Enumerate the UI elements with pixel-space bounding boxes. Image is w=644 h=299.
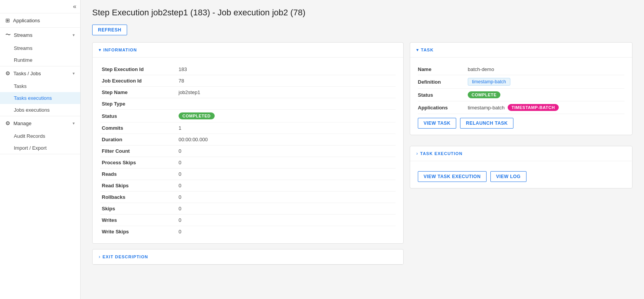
sidebar-section-streams: 〜 Streams ▾ Streams Runtime: [0, 28, 80, 66]
sidebar-item-streams[interactable]: 〜 Streams ▾: [0, 28, 80, 42]
task-app-text: timestamp-batch: [468, 105, 505, 111]
task-status-label: Status: [418, 92, 468, 98]
field-label: Step Type: [100, 98, 177, 110]
sidebar-item-applications[interactable]: ⊞ Applications: [0, 13, 80, 27]
task-status-value: COMPLETE: [468, 91, 500, 98]
manage-icon: ⚙: [5, 120, 10, 126]
left-column: ▾ INFORMATION Step Execution Id 183 Job …: [92, 42, 404, 270]
sidebar-item-manage-label: Manage: [13, 121, 31, 126]
task-card-body: Name batch-demo Definition timestamp-bat…: [410, 58, 632, 135]
field-value: 0: [177, 215, 396, 226]
task-applications-value: timestamp-batch TIMESTAMP-BATCH: [468, 104, 559, 111]
field-label: Commits: [100, 122, 177, 134]
table-row: Writes 0: [100, 215, 396, 226]
table-row: Rollbacks 0: [100, 192, 396, 203]
table-row: Job Execution Id 78: [100, 75, 396, 87]
sidebar-sub-runtime[interactable]: Runtime: [0, 54, 80, 66]
sidebar-sub-tasks[interactable]: Tasks: [0, 80, 80, 92]
task-execution-card: › TASK EXECUTION VIEW TASK EXECUTION VIE…: [410, 146, 632, 188]
chevron-right-icon-exit: ›: [99, 254, 100, 259]
field-label: Step Execution Id: [100, 64, 177, 75]
field-value: 0: [177, 203, 396, 215]
field-label: Reads: [100, 168, 177, 180]
task-name-value: batch-demo: [468, 66, 494, 72]
table-row: Process Skips 0: [100, 157, 396, 168]
field-label: Job Execution Id: [100, 75, 177, 87]
table-row: Skips 0: [100, 203, 396, 215]
field-label: Writes: [100, 215, 177, 226]
field-label: Write Skips: [100, 226, 177, 238]
sidebar-collapse-button[interactable]: «: [73, 3, 76, 10]
task-name-row: Name batch-demo: [418, 64, 624, 75]
definition-link[interactable]: timestamp-batch: [468, 78, 510, 86]
sidebar-item-tasks-jobs-label: Tasks / Jobs: [13, 71, 41, 76]
exit-description-card: › EXIT DESCRIPTION: [92, 249, 404, 265]
timestamp-batch-badge: TIMESTAMP-BATCH: [508, 104, 559, 111]
field-label: Process Skips: [100, 157, 177, 168]
field-value: 0: [177, 157, 396, 168]
task-execution-card-body: VIEW TASK EXECUTION VIEW LOG: [410, 161, 632, 188]
table-row: Reads 0: [100, 168, 396, 180]
field-value: 0: [177, 180, 396, 192]
sidebar-sub-streams[interactable]: Streams: [0, 42, 80, 54]
exit-description-header-title: EXIT DESCRIPTION: [103, 254, 148, 259]
sidebar-sub-audit-records[interactable]: Audit Records: [0, 130, 80, 142]
sidebar-sub-jobs-executions[interactable]: Jobs executions: [0, 104, 80, 116]
right-panel: ▾ TASK Name batch-demo Definition timest…: [410, 42, 632, 270]
chevron-down-icon-manage: ▾: [73, 121, 75, 126]
sidebar-collapse-area: «: [0, 0, 80, 13]
table-row: Write Skips 0: [100, 226, 396, 238]
streams-icon: 〜: [5, 31, 11, 38]
task-button-row: VIEW TASK RELAUNCH TASK: [418, 114, 624, 129]
task-definition-row: Definition timestamp-batch: [418, 75, 624, 89]
task-execution-button-row: VIEW TASK EXECUTION VIEW LOG: [418, 167, 624, 182]
task-card-header[interactable]: ▾ TASK: [410, 43, 632, 58]
field-label: Duration: [100, 134, 177, 145]
field-value: 0: [177, 192, 396, 203]
field-label: Read Skips: [100, 180, 177, 192]
task-execution-card-header[interactable]: › TASK EXECUTION: [410, 146, 632, 161]
sidebar-item-manage[interactable]: ⚙ Manage ▾: [0, 116, 80, 130]
task-header-title: TASK: [421, 48, 434, 52]
field-value: 0: [177, 226, 396, 238]
field-value: 00:00:00.000: [177, 134, 396, 145]
field-label: Step Name: [100, 87, 177, 98]
information-card-body: Step Execution Id 183 Job Execution Id 7…: [93, 58, 403, 243]
information-card: ▾ INFORMATION Step Execution Id 183 Job …: [92, 42, 404, 244]
chevron-right-icon-task-exec: ›: [416, 151, 418, 156]
sidebar-item-applications-label: Applications: [13, 18, 40, 23]
table-row: Status COMPLETED: [100, 110, 396, 122]
field-value: 78: [177, 75, 396, 87]
refresh-button[interactable]: REFRESH: [92, 25, 127, 35]
field-label: Skips: [100, 203, 177, 215]
information-card-header[interactable]: ▾ INFORMATION: [93, 43, 403, 58]
information-header-title: INFORMATION: [103, 48, 137, 52]
sidebar-section-manage: ⚙ Manage ▾ Audit Records Import / Export: [0, 116, 80, 154]
table-row: Commits 1: [100, 122, 396, 134]
task-definition-label: Definition: [418, 79, 468, 85]
relaunch-task-button[interactable]: RELAUNCH TASK: [460, 118, 513, 129]
view-log-button[interactable]: VIEW LOG: [490, 171, 526, 182]
chevron-down-icon: ▾: [73, 33, 75, 38]
task-definition-value: timestamp-batch: [468, 78, 510, 86]
exit-description-card-header[interactable]: › EXIT DESCRIPTION: [93, 249, 403, 264]
task-applications-row: Applications timestamp-batch TIMESTAMP-B…: [418, 101, 624, 114]
table-row: Duration 00:00:00.000: [100, 134, 396, 145]
view-task-button[interactable]: VIEW TASK: [418, 118, 456, 129]
field-value: 183: [177, 64, 396, 75]
field-value: [177, 98, 396, 110]
sidebar-section-applications: ⊞ Applications: [0, 13, 80, 28]
field-label: Rollbacks: [100, 192, 177, 203]
sidebar-sub-tasks-executions[interactable]: Tasks executions: [0, 92, 80, 104]
table-row: Step Type: [100, 98, 396, 110]
field-label: Status: [100, 110, 177, 122]
field-value: 0: [177, 145, 396, 157]
sidebar-item-tasks-jobs[interactable]: ⚙ Tasks / Jobs ▾: [0, 66, 80, 80]
task-applications-label: Applications: [418, 105, 468, 111]
status-badge-completed: COMPLETED: [179, 112, 215, 119]
page-title: Step Execution job2step1 (183) - Job exe…: [92, 8, 632, 18]
view-task-execution-button[interactable]: VIEW TASK EXECUTION: [418, 171, 487, 182]
chevron-down-icon-tasks: ▾: [73, 71, 75, 76]
sidebar-sub-import-export[interactable]: Import / Export: [0, 142, 80, 154]
table-row: Read Skips 0: [100, 180, 396, 192]
